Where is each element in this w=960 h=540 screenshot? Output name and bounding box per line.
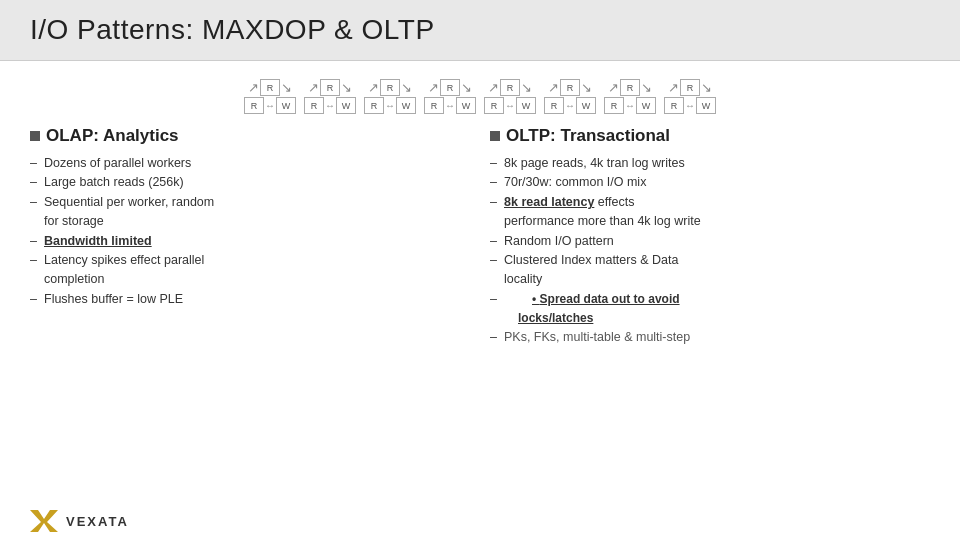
bullet-icon xyxy=(30,131,40,141)
right-col-header: OLTP: Transactional xyxy=(490,126,930,146)
diagram-row: ↗ R ↘ R ↔ W ↗ R ↘ R ↔ xyxy=(30,79,930,114)
list-item: Flushes buffer = low PLE xyxy=(30,290,470,309)
w-box: W xyxy=(576,97,596,114)
list-item: 70r/30w: common I/O mix xyxy=(490,173,930,192)
w-box: W xyxy=(396,97,416,114)
read-latency-text: 8k read latency xyxy=(504,195,594,209)
r-box: R xyxy=(544,97,564,114)
w-box: W xyxy=(336,97,356,114)
list-item: Sequential per worker, randomfor storage xyxy=(30,193,470,232)
two-columns: OLAP: Analytics Dozens of parallel worke… xyxy=(30,126,930,492)
left-col-header: OLAP: Analytics xyxy=(30,126,470,146)
item-text: PKs, FKs, multi-table & multi-step xyxy=(504,330,690,344)
w-box: W xyxy=(276,97,296,114)
r-box: R xyxy=(484,97,504,114)
rw-unit: ↗ R ↘ R ↔ W xyxy=(304,79,356,114)
r-box: R xyxy=(320,79,340,96)
list-item: 8k read latency effectsperformance more … xyxy=(490,193,930,232)
spread-data-text: Spread data out to avoidlocks/latches xyxy=(518,292,680,325)
w-box: W xyxy=(636,97,656,114)
vexata-logo-icon xyxy=(30,510,58,532)
footer: VEXATA xyxy=(0,502,960,540)
w-box: W xyxy=(516,97,536,114)
content-area: ↗ R ↘ R ↔ W ↗ R ↘ R ↔ xyxy=(0,61,960,502)
item-text: Latency spikes effect parallelcompletion xyxy=(44,253,204,286)
item-text: 8k page reads, 4k tran log writes xyxy=(504,156,685,170)
logo-label: VEXATA xyxy=(66,514,129,529)
rw-unit: ↗ R ↘ R ↔ W xyxy=(484,79,536,114)
r-box: R xyxy=(424,97,444,114)
slide: I/O Patterns: MAXDOP & OLTP ↗ R ↘ R ↔ W xyxy=(0,0,960,540)
r-box: R xyxy=(364,97,384,114)
list-item: Bandwidth limited xyxy=(30,232,470,251)
r-box: R xyxy=(620,79,640,96)
item-text: 70r/30w: common I/O mix xyxy=(504,175,646,189)
svg-marker-0 xyxy=(30,510,58,532)
item-text: Random I/O pattern xyxy=(504,234,614,248)
list-item: PKs, FKs, multi-table & multi-step xyxy=(490,328,930,347)
r-box: R xyxy=(440,79,460,96)
rw-unit: ↗ R ↘ R ↔ W xyxy=(244,79,296,114)
w-box: W xyxy=(696,97,716,114)
item-text: Flushes buffer = low PLE xyxy=(44,292,183,306)
right-col-title: OLTP: Transactional xyxy=(506,126,670,146)
r-box: R xyxy=(604,97,624,114)
left-column: OLAP: Analytics Dozens of parallel worke… xyxy=(30,126,470,492)
r-box: R xyxy=(380,79,400,96)
list-item: Spread data out to avoidlocks/latches xyxy=(490,290,930,329)
list-item: 8k page reads, 4k tran log writes xyxy=(490,154,930,173)
left-col-title: OLAP: Analytics xyxy=(46,126,179,146)
bullet-icon xyxy=(490,131,500,141)
left-col-list: Dozens of parallel workers Large batch r… xyxy=(30,154,470,309)
list-item: Clustered Index matters & Datalocality xyxy=(490,251,930,290)
bandwidth-limited-text: Bandwidth limited xyxy=(44,234,152,248)
rw-unit: ↗ R ↘ R ↔ W xyxy=(664,79,716,114)
item-text: Dozens of parallel workers xyxy=(44,156,191,170)
right-column: OLTP: Transactional 8k page reads, 4k tr… xyxy=(490,126,930,492)
r-box: R xyxy=(560,79,580,96)
item-text: Clustered Index matters & Datalocality xyxy=(504,253,678,286)
r-box: R xyxy=(244,97,264,114)
slide-title: I/O Patterns: MAXDOP & OLTP xyxy=(30,14,930,46)
r-box: R xyxy=(664,97,684,114)
w-box: W xyxy=(456,97,476,114)
item-text: Sequential per worker, randomfor storage xyxy=(44,195,214,228)
r-box: R xyxy=(680,79,700,96)
list-item: Random I/O pattern xyxy=(490,232,930,251)
rw-unit: ↗ R ↘ R ↔ W xyxy=(364,79,416,114)
right-col-list: 8k page reads, 4k tran log writes 70r/30… xyxy=(490,154,930,348)
r-box: R xyxy=(500,79,520,96)
list-item: Large batch reads (256k) xyxy=(30,173,470,192)
r-box: R xyxy=(304,97,324,114)
rw-unit: ↗ R ↘ R ↔ W xyxy=(424,79,476,114)
title-bar: I/O Patterns: MAXDOP & OLTP xyxy=(0,0,960,61)
rw-unit: ↗ R ↘ R ↔ W xyxy=(604,79,656,114)
item-text: Large batch reads (256k) xyxy=(44,175,184,189)
list-item: Dozens of parallel workers xyxy=(30,154,470,173)
rw-unit: ↗ R ↘ R ↔ W xyxy=(544,79,596,114)
list-item: Latency spikes effect parallelcompletion xyxy=(30,251,470,290)
r-box: R xyxy=(260,79,280,96)
